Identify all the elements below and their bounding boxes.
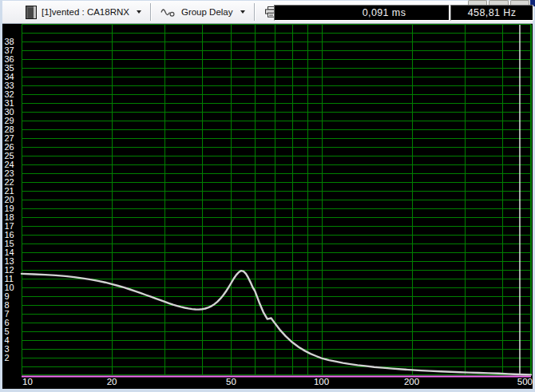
chevron-down-icon — [240, 10, 245, 14]
x-tick-label: 10 — [22, 377, 33, 386]
y-tick-label: 8 — [5, 300, 10, 310]
x-tick-label: 20 — [107, 377, 117, 386]
y-tick-label: 9 — [5, 291, 10, 301]
y-tick-label: 7 — [5, 309, 10, 319]
y-tick-label: 36 — [5, 54, 14, 64]
y-tick-label: 4 — [5, 335, 10, 345]
y-tick-label: 14 — [5, 247, 14, 257]
chevron-down-icon — [137, 10, 141, 14]
y-tick-label: 27 — [5, 133, 14, 143]
y-tick-label: 37 — [5, 46, 14, 55]
plot-area[interactable]: 2345678910111213141516171819202122232425… — [2, 24, 533, 389]
plot-type-selector-label: Group Delay — [181, 7, 233, 17]
waveform-icon — [160, 7, 176, 18]
y-tick-label: 25 — [5, 151, 14, 160]
y-tick-label: 13 — [5, 256, 14, 266]
y-tick-label: 17 — [5, 221, 14, 231]
y-tick-label: 38 — [5, 37, 14, 46]
y-tick-label: 20 — [5, 195, 14, 204]
y-tick-label: 33 — [5, 81, 14, 90]
x-tick-label: 50 — [226, 377, 236, 386]
y-tick-label: 30 — [5, 107, 14, 117]
plot-type-selector-button[interactable]: Group Delay — [155, 2, 251, 22]
x-tick-label: 500 — [517, 377, 533, 386]
toolbar-separator — [254, 3, 256, 21]
group-delay-chart: 2345678910111213141516171819202122232425… — [2, 24, 533, 389]
toolbar-separator — [150, 3, 152, 21]
y-tick-label: 24 — [5, 160, 14, 169]
y-tick-label: 29 — [5, 116, 14, 125]
y-tick-label: 15 — [5, 239, 14, 248]
x-tick-label: 200 — [404, 377, 419, 386]
driver-icon — [26, 6, 37, 19]
toolbar-left-margin — [2, 1, 20, 23]
y-tick-label: 3 — [5, 344, 10, 354]
y-tick-label: 5 — [5, 327, 10, 336]
x-tick-label: 100 — [314, 377, 329, 386]
project-selector-button[interactable]: [1]vented : CA18RNX — [20, 2, 147, 22]
cursor-delay-readout: 0,091 ms — [274, 5, 450, 21]
y-tick-label: 28 — [5, 125, 14, 134]
winisd-plot-window: [1]vented : CA18RNX Group Delay Print — [0, 0, 535, 392]
y-tick-label: 19 — [5, 204, 14, 213]
y-tick-label: 16 — [5, 230, 14, 240]
y-tick-label: 32 — [5, 89, 14, 99]
cursor-frequency-readout: 458,81 Hz — [450, 5, 533, 21]
y-tick-label: 2 — [5, 353, 10, 362]
project-selector-label: [1]vented : CA18RNX — [42, 7, 129, 17]
y-tick-label: 12 — [5, 265, 14, 275]
y-tick-label: 22 — [5, 177, 14, 187]
y-tick-label: 6 — [5, 318, 10, 327]
y-tick-label: 26 — [5, 142, 14, 152]
y-tick-label: 18 — [5, 212, 14, 222]
y-tick-label: 11 — [5, 274, 14, 283]
y-tick-label: 10 — [5, 283, 14, 292]
y-tick-label: 34 — [5, 72, 14, 81]
y-tick-label: 21 — [5, 186, 14, 196]
y-tick-label: 31 — [5, 98, 14, 108]
y-tick-label: 35 — [5, 63, 14, 73]
y-tick-label: 23 — [5, 168, 14, 178]
